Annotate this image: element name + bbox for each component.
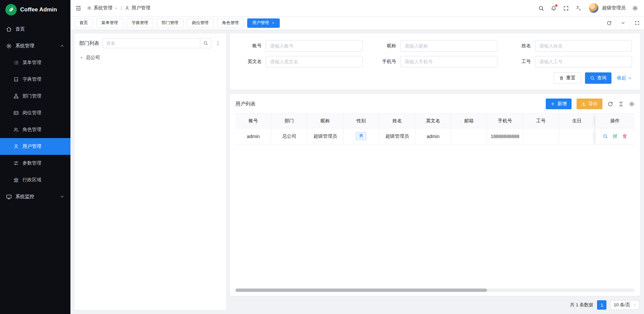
breadcrumb-user-management[interactable]: 用户管理 [125,5,150,11]
top-header: 系统管理 / 用户管理 超级管理员 [70,0,644,16]
menu-fold-icon[interactable] [75,5,82,11]
chevron-up-icon [60,44,64,48]
row-height-icon[interactable] [618,101,624,107]
content-fullscreen-icon[interactable] [630,16,644,29]
search-button[interactable]: 查询 [585,72,611,84]
sidebar-item-department-management[interactable]: 部门管理 [0,88,70,105]
add-button-label: 新增 [557,101,567,107]
table-refresh-icon[interactable] [607,101,613,107]
sidebar-item-system-management[interactable]: 系统管理 [0,38,70,54]
field-label: 工号 [507,59,531,65]
tabs-dropdown-chevron-icon[interactable] [616,16,630,29]
account-input[interactable] [266,40,363,52]
breadcrumb-system-management[interactable]: 系统管理 [87,5,118,11]
fullscreen-icon[interactable] [563,5,569,11]
view-detail-icon[interactable] [603,134,608,139]
bank-icon [13,177,19,183]
horizontal-scrollbar-thumb[interactable] [235,289,487,292]
filter-actions: 重置 查询 收起 [238,72,632,84]
phone-input[interactable] [400,56,497,67]
trash-icon [559,76,564,80]
tab-department-management[interactable]: 部门管理 [157,18,183,28]
filter-field-job-number: 工号 [507,56,632,67]
edit-icon[interactable] [612,134,618,139]
sidebar-item-parameter-management[interactable]: 参数管理 [0,155,70,172]
tab-menu-management[interactable]: 菜单管理 [96,18,123,28]
tree-expand-caret-icon[interactable] [80,56,83,59]
department-search-button[interactable] [200,38,211,48]
column-header-email: 邮箱 [451,114,487,128]
user-list-panel: 用户列表 新增 导出 [230,94,640,296]
cell-account: admin [235,128,271,144]
sidebar-item-menu-management[interactable]: 菜单管理 [0,54,70,71]
current-username[interactable]: 超级管理员 [602,5,626,11]
sidebar-item-system-monitor[interactable]: 系统监控 [0,188,70,205]
notification-bell-icon[interactable] [551,5,556,11]
gender-tag: 男 [356,132,366,140]
row-actions [603,134,627,139]
name-input[interactable] [535,40,632,52]
tree-node-head-office[interactable]: 总公司 [79,53,221,62]
tab-close-icon[interactable] [272,21,275,24]
nickname-input[interactable] [400,40,497,52]
cell-english-name: admin [415,128,451,144]
search-button-label: 查询 [597,75,606,81]
sidebar-item-label: 字典管理 [22,76,41,82]
tab-post-management[interactable]: 岗位管理 [187,18,214,28]
sidebar-item-label: 行政区域 [22,177,41,183]
app-logo[interactable]: Coffee Admin [0,0,70,19]
export-button-label: 导出 [588,101,598,107]
collapse-label: 收起 [617,75,626,81]
export-button[interactable]: 导出 [577,99,602,109]
select-arrows-icon [633,303,636,307]
header-actions: 超级管理员 [538,3,638,13]
page-size-select[interactable]: 10 条/页 [610,300,639,310]
export-download-icon [581,102,586,106]
add-user-button[interactable]: 新增 [546,99,572,109]
sidebar-item-dictionary-management[interactable]: 字典管理 [0,71,70,88]
sidebar-item-label: 菜单管理 [22,60,41,66]
tab-label: 首页 [79,20,88,26]
pagination: 共 1 条数据 1 10 条/页 [230,300,640,310]
tab-user-management[interactable]: 用户管理 [247,18,280,28]
cell-gender: 男 [343,128,379,144]
job-number-input[interactable] [535,56,632,67]
filter-field-english-name: 英文名 [238,56,373,67]
sidebar-item-role-management[interactable]: 角色管理 [0,121,70,138]
column-header-department: 部门 [271,114,307,128]
translate-icon[interactable] [576,5,582,11]
app-title: Coffee Admin [20,6,57,13]
tab-role-management[interactable]: 角色管理 [217,18,244,28]
settings-gear-icon[interactable] [632,5,638,11]
tab-home[interactable]: 首页 [74,18,93,28]
tab-dictionary-management[interactable]: 字典管理 [126,18,153,28]
sidebar: Coffee Admin 首页 系统管理 菜单管理 字典管理 部门管理 岗位管理 [0,0,70,314]
horizontal-scrollbar-track[interactable] [235,289,635,292]
user-list-header: 用户列表 新增 导出 [235,99,635,109]
plus-icon [550,102,555,106]
reset-button[interactable]: 重置 [554,72,581,84]
breadcrumb-separator: / [121,5,122,11]
sidebar-item-administrative-region[interactable]: 行政区域 [0,172,70,188]
delete-trash-icon[interactable] [622,134,627,139]
sidebar-item-home[interactable]: 首页 [0,21,70,38]
search-icon[interactable] [538,5,544,11]
sidebar-item-post-management[interactable]: 岗位管理 [0,105,70,121]
sidebar-item-label: 岗位管理 [22,110,41,116]
tab-label: 字典管理 [131,20,148,26]
tabs-refresh-icon[interactable] [602,16,616,29]
sidebar-item-user-management[interactable]: 用户管理 [0,138,70,155]
notification-badge [555,4,557,7]
more-options-icon[interactable] [215,41,221,46]
page-1-button[interactable]: 1 [597,300,606,310]
chevron-up-icon [628,76,632,80]
column-settings-gear-icon[interactable] [629,101,635,107]
sidebar-item-label: 部门管理 [22,93,41,99]
sidebar-item-label: 首页 [15,26,25,32]
filter-row: 账号 昵称 姓名 [238,40,632,52]
collapse-filter-link[interactable]: 收起 [617,75,632,81]
english-name-input[interactable] [266,56,363,67]
avatar[interactable] [589,3,599,13]
department-search-input[interactable] [103,38,200,48]
home-icon [6,26,12,32]
